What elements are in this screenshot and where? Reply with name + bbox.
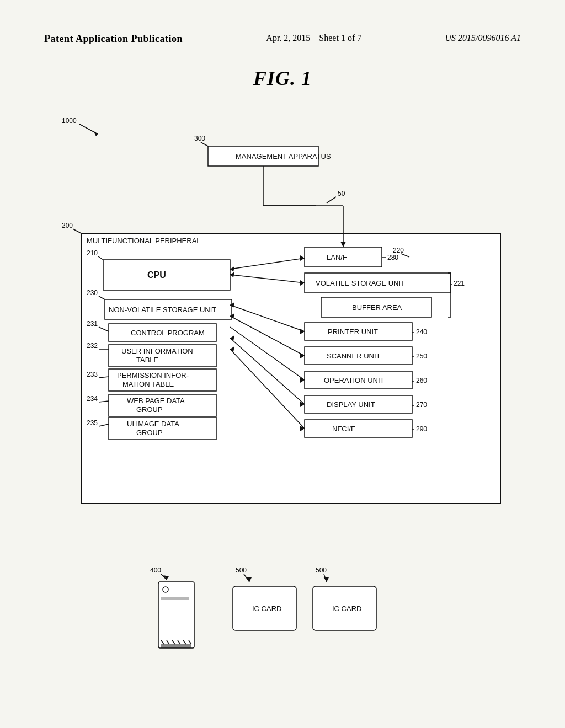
svg-line-6 [73, 229, 81, 233]
label-221: 221 [454, 280, 465, 287]
label-232: 232 [87, 342, 98, 350]
svg-line-4 [327, 197, 336, 203]
printer-label: PRINTER UNIT [328, 328, 378, 336]
ui-image-label1: UI IMAGE DATA [127, 420, 179, 428]
non-volatile-label: NON-VOLATILE STORAGE UNIT [109, 306, 216, 314]
label-500a: 500 [236, 566, 247, 574]
label-260: 260 [416, 377, 427, 384]
lan-if-label: LAN/F [327, 253, 347, 261]
header: Patent Application Publication Apr. 2, 2… [44, 33, 521, 45]
web-page-label2: GROUP [136, 405, 163, 414]
main-diagram: .label { font-family: Arial, Helvetica, … [44, 106, 521, 526]
label-235: 235 [87, 419, 98, 427]
header-publication: Patent Application Publication [44, 33, 183, 45]
label-210: 210 [87, 249, 98, 257]
header-patent-number: US 2015/0096016 A1 [445, 33, 521, 43]
volatile-storage-label: VOLATILE STORAGE UNIT [316, 279, 405, 287]
control-program-label: CONTROL PROGRAM [131, 329, 205, 337]
svg-rect-58 [161, 644, 191, 648]
ic-card-2-label: IC CARD [332, 604, 361, 613]
label-300: 300 [194, 135, 205, 142]
label-233: 233 [87, 371, 98, 378]
label-234: 234 [87, 395, 98, 403]
mfp-label: MULTIFUNCTIONAL PERIPHERAL [87, 237, 201, 245]
label-231: 231 [87, 320, 98, 328]
label-50: 50 [338, 190, 345, 197]
label-220: 220 [393, 247, 404, 254]
page: Patent Application Publication Apr. 2, 2… [0, 0, 565, 728]
label-200: 200 [62, 222, 73, 229]
header-date-sheet: Apr. 2, 2015 Sheet 1 of 7 [266, 33, 361, 43]
label-1000: 1000 [62, 117, 77, 125]
display-label: DISPLAY UNIT [327, 400, 375, 409]
cpu-label: CPU [147, 270, 166, 280]
svg-rect-51 [161, 597, 189, 600]
user-info-label2: TABLE [136, 356, 159, 364]
label-290: 290 [416, 425, 427, 433]
figure-title: FIG. 1 [44, 67, 521, 90]
ui-image-label2: GROUP [136, 429, 163, 437]
user-info-label: USER INFORMATION [121, 347, 193, 355]
buffer-area-label: BUFFER AREA [352, 303, 402, 312]
cpu-box [103, 260, 230, 290]
label-500b: 500 [316, 566, 327, 574]
label-280: 280 [387, 254, 398, 261]
label-250: 250 [416, 352, 427, 360]
permission-label2: MATION TABLE [122, 380, 174, 388]
ic-card-1-label: IC CARD [252, 604, 281, 613]
svg-line-2 [201, 142, 208, 146]
nfc-box [305, 420, 412, 437]
operation-label: OPERATION UNIT [324, 376, 385, 384]
label-230: 230 [87, 289, 98, 297]
nfc-label: NFCI/F [332, 425, 355, 433]
bottom-section: .label { font-family: Arial, Helvetica, … [44, 559, 521, 669]
permission-label1: PERMISSION INFOR- [117, 371, 189, 379]
management-apparatus-label: MANAGEMENT APPARATUS [236, 152, 331, 160]
label-270: 270 [416, 401, 427, 409]
web-page-label1: WEB PAGE DATA [127, 397, 185, 405]
label-240: 240 [416, 328, 427, 336]
scanner-label: SCANNER UNIT [327, 352, 381, 360]
label-400: 400 [150, 566, 161, 574]
